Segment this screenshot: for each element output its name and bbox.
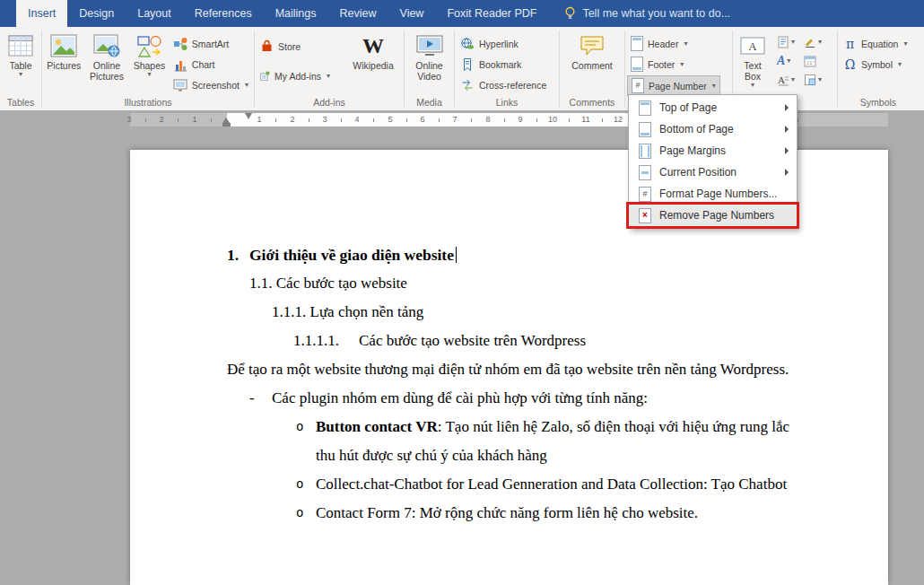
- bookmark-label: Bookmark: [479, 59, 521, 70]
- pictures-button[interactable]: Pictures: [44, 30, 84, 71]
- menu-item-format-page-numbers[interactable]: # Format Page Numbers...: [629, 183, 797, 205]
- online-video-button[interactable]: Online Video: [407, 30, 452, 82]
- drop-cap-button[interactable]: A ▾: [774, 71, 798, 89]
- dash-text: Các plugin nhóm em dùng để cài phù hợp v…: [272, 384, 648, 413]
- dash-list-item[interactable]: - Các plugin nhóm em dùng để cài phù hợp…: [227, 384, 789, 413]
- bullet-item-2[interactable]: o Collect.chat-Chatbot for Lead Gennerat…: [227, 470, 789, 499]
- page-number-label: Page Number: [649, 81, 707, 92]
- online-video-label: Online Video: [407, 60, 452, 82]
- tab-design[interactable]: Design: [67, 0, 126, 27]
- equation-label: Equation: [861, 39, 898, 49]
- wikipedia-button[interactable]: W Wikipedia: [346, 30, 400, 71]
- footer-button[interactable]: Footer ▾: [627, 55, 720, 74]
- heading-4[interactable]: 1.1.1.1.Các bước tạo website trên Wordpr…: [227, 327, 789, 355]
- tab-review[interactable]: Review: [328, 0, 388, 27]
- object-button[interactable]: ▾: [801, 71, 824, 89]
- menu-item-current-position[interactable]: Current Position: [629, 162, 797, 183]
- wikipedia-icon: W: [362, 31, 384, 60]
- group-tables: Table ▾ Tables: [0, 27, 41, 110]
- dropdown-caret-icon: ▾: [791, 39, 795, 46]
- text-box-icon: A: [739, 31, 766, 60]
- first-line-indent-marker[interactable]: [245, 113, 252, 119]
- table-icon: [8, 31, 33, 60]
- tab-insert[interactable]: Insert: [16, 0, 67, 27]
- online-pictures-button[interactable]: Online Pictures: [84, 30, 130, 82]
- dropdown-caret-icon: ▾: [791, 76, 795, 83]
- group-media: Online Video Media: [405, 27, 454, 110]
- table-button[interactable]: Table ▾: [8, 30, 33, 78]
- page-margins-icon: [635, 144, 655, 159]
- heading-3[interactable]: 1.1.1. Lựa chọn nền tảng: [227, 298, 789, 327]
- menu-item-page-margins[interactable]: Page Margins: [629, 140, 797, 162]
- bottom-of-page-icon: [635, 122, 655, 137]
- dropdown-caret-icon: ▾: [245, 82, 248, 89]
- shapes-button[interactable]: Shapes ▾: [129, 30, 170, 78]
- header-icon: [631, 36, 643, 51]
- tab-mailings[interactable]: Mailings: [264, 0, 328, 27]
- cross-reference-button[interactable]: Cross-reference: [457, 75, 550, 94]
- page-number-icon: #: [632, 78, 644, 93]
- smartart-button[interactable]: SmartArt: [170, 34, 252, 53]
- bullet-item-1[interactable]: o Button contact VR: Tạo nút liên hệ Zal…: [227, 413, 789, 470]
- equation-button[interactable]: π Equation ▾: [840, 34, 911, 53]
- menu-item-remove-page-numbers[interactable]: × Remove Page Numbers: [629, 205, 797, 226]
- bullet-text: Collect.chat-Chatbot for Lead Genneratio…: [316, 470, 789, 499]
- dropdown-caret-icon: ▾: [751, 82, 754, 89]
- wordart-button[interactable]: A ▾: [774, 52, 798, 70]
- hyperlink-icon: [460, 37, 475, 51]
- online-video-icon: [416, 31, 443, 60]
- bullet-item-3[interactable]: o Contact Form 7: Mở rộng chức năng form…: [227, 499, 789, 528]
- footer-icon: [631, 57, 643, 72]
- tab-foxit-reader-pdf[interactable]: Foxit Reader PDF: [435, 0, 548, 27]
- bullet-text: Contact Form 7: Mở rộng chức năng form l…: [316, 499, 789, 528]
- group-label-links: Links: [455, 97, 559, 110]
- heading-2[interactable]: 1.1. Các bước tạo website: [227, 269, 789, 298]
- signature-line-button[interactable]: ▾: [801, 33, 824, 51]
- my-addins-button[interactable]: My Add-ins ▾: [257, 66, 334, 85]
- heading-4-number: 1.1.1.1.: [293, 327, 359, 355]
- text-box-button[interactable]: A Text Box ▾: [735, 30, 771, 89]
- screenshot-button[interactable]: Screenshot ▾: [170, 75, 252, 94]
- cross-reference-icon: [460, 78, 475, 92]
- my-addins-label: My Add-ins: [275, 71, 321, 82]
- menu-item-top-of-page[interactable]: Top of Page: [629, 97, 797, 118]
- group-comments: Comment Comments: [560, 27, 624, 110]
- submenu-arrow-icon: [785, 126, 789, 133]
- wordart-icon: A: [777, 55, 785, 67]
- remove-page-numbers-icon: ×: [635, 208, 655, 223]
- tell-me-box[interactable]: Tell me what you want to do...: [564, 0, 730, 27]
- chart-button[interactable]: Chart: [170, 55, 252, 74]
- ribbon-tabs: Insert Design Layout References Mailings…: [16, 0, 548, 27]
- tab-references[interactable]: References: [183, 0, 264, 27]
- tab-layout[interactable]: Layout: [126, 0, 183, 27]
- dropdown-caret-icon: ▾: [818, 76, 822, 83]
- bookmark-button[interactable]: Bookmark: [457, 55, 550, 74]
- pictures-label: Pictures: [47, 60, 81, 71]
- date-time-button[interactable]: [801, 52, 824, 70]
- top-of-page-icon: [635, 100, 655, 116]
- group-label-addins: Add-ins: [255, 97, 404, 110]
- hyperlink-button[interactable]: Hyperlink: [457, 34, 550, 53]
- header-button[interactable]: Header ▾: [627, 34, 720, 53]
- page-number-menu: Top of Page Bottom of Page Page Margins …: [628, 94, 798, 229]
- store-button[interactable]: Store: [257, 37, 334, 56]
- footer-label: Footer: [648, 59, 675, 70]
- left-indent-marker[interactable]: [222, 123, 231, 127]
- group-label-media: Media: [405, 97, 454, 110]
- quick-parts-icon: [777, 36, 789, 48]
- group-label-illustrations: Illustrations: [42, 97, 254, 110]
- body-paragraph[interactable]: Để tạo ra một website thương mại điện tử…: [227, 355, 789, 384]
- smartart-icon: [173, 37, 187, 51]
- symbol-button[interactable]: Ω Symbol ▾: [840, 55, 911, 74]
- my-addins-icon: [260, 69, 270, 83]
- quick-parts-button[interactable]: ▾: [774, 33, 798, 51]
- page-number-button[interactable]: # Page Number ▾: [627, 75, 720, 96]
- tab-view[interactable]: View: [388, 0, 436, 27]
- comment-button[interactable]: Comment: [565, 30, 619, 71]
- group-links: Hyperlink Bookmark Cross-reference Links: [455, 27, 559, 110]
- menu-item-bottom-of-page[interactable]: Bottom of Page: [629, 118, 797, 140]
- cross-reference-label: Cross-reference: [479, 80, 546, 91]
- bullet-text: Button contact VR: Tạo nút liên hệ Zalo,…: [316, 413, 789, 470]
- heading-1[interactable]: 1.Giới thiệu về giao diện website: [227, 240, 789, 269]
- heading-1-text: Giới thiệu về giao diện website: [249, 246, 454, 264]
